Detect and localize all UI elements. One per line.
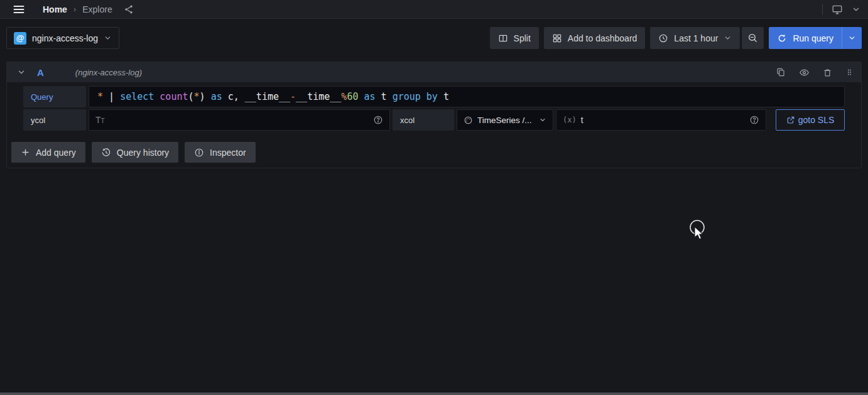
breadcrumb-separator: ›	[73, 4, 76, 14]
duplicate-query-icon[interactable]	[776, 67, 786, 77]
query-editor-rows: Query * | select count(*) as c, __time__…	[7, 82, 861, 131]
sls-datasource-icon: @	[14, 32, 26, 45]
bottom-edge-strip	[0, 392, 868, 395]
run-query-main[interactable]: Run query	[769, 33, 842, 43]
drag-handle-icon[interactable]	[845, 67, 854, 77]
time-range-label: Last 1 hour	[674, 33, 718, 43]
datasource-picker[interactable]: @ nginx-access-log	[6, 27, 119, 49]
breadcrumb: Home › Explore	[43, 4, 134, 14]
add-query-label: Add query	[36, 148, 76, 158]
series-type-value: TimeSeries /...	[477, 116, 532, 125]
chevron-down-icon	[724, 34, 732, 42]
sync-icon	[777, 33, 787, 43]
chevron-down-icon	[104, 34, 112, 42]
run-query-dropdown[interactable]	[842, 27, 862, 49]
inspector-label: Inspector	[210, 148, 246, 158]
add-query-button[interactable]: Add query	[11, 142, 85, 163]
menu-icon[interactable]	[8, 3, 30, 16]
query-row-header: A (nginx-access-log)	[7, 62, 861, 82]
info-circle-icon	[194, 148, 204, 158]
palette-icon	[464, 116, 473, 125]
chevron-down-icon[interactable]	[852, 5, 860, 14]
run-query-label: Run query	[793, 33, 833, 43]
ycol-field-label: ycol	[23, 109, 86, 131]
add-to-dashboard-button[interactable]: Add to dashboard	[544, 27, 646, 49]
disable-query-eye-icon[interactable]	[799, 67, 810, 78]
text-type-icon: TT	[95, 115, 105, 125]
variable-icon: (x)	[563, 116, 577, 124]
xcol-field-label: xcol	[393, 109, 454, 131]
xcol-value[interactable]: t	[581, 115, 745, 125]
history-icon	[101, 148, 111, 158]
inspector-button[interactable]: Inspector	[185, 142, 256, 163]
query-actions: Add query Query history Inspector	[11, 142, 861, 163]
add-to-dashboard-label: Add to dashboard	[568, 33, 637, 43]
query-editor-panel: A (nginx-access-log) Query * | select co…	[6, 62, 862, 168]
query-header-actions	[776, 67, 854, 78]
delete-query-trash-icon[interactable]	[823, 68, 832, 77]
help-circle-icon[interactable]	[373, 115, 383, 125]
series-type-dropdown[interactable]: TimeSeries /...	[457, 109, 553, 131]
ycol-input[interactable]: TT	[89, 109, 390, 131]
run-query-button[interactable]: Run query	[769, 27, 862, 49]
apps-icon	[552, 33, 562, 43]
breadcrumb-explore: Explore	[82, 4, 112, 14]
goto-sls-label: goto SLS	[798, 115, 835, 125]
goto-sls-button[interactable]: goto SLS	[776, 109, 845, 131]
zoom-out-icon	[747, 33, 758, 43]
zoom-out-time-button[interactable]	[742, 27, 764, 49]
time-range-picker[interactable]: Last 1 hour	[650, 27, 740, 49]
toolbar-right-actions: Split Add to dashboard Last 1 hour	[490, 27, 862, 49]
query-ref-id[interactable]: A	[37, 67, 44, 78]
column-config-row: ycol TT xcol TimeSeries /... (x)	[23, 109, 845, 131]
external-link-icon	[786, 116, 795, 124]
xcol-input[interactable]: (x) t	[556, 109, 766, 131]
topnav-right-controls	[822, 4, 860, 15]
query-input[interactable]: * | select count(*) as c, __time__-__tim…	[89, 86, 845, 107]
help-circle-icon[interactable]	[749, 115, 759, 125]
split-label: Split	[514, 33, 531, 43]
query-row: Query * | select count(*) as c, __time__…	[23, 86, 845, 107]
query-datasource-hint: (nginx-access-log)	[75, 68, 142, 77]
share-icon[interactable]	[124, 4, 134, 14]
topnav-divider	[822, 4, 823, 15]
mouse-cursor	[688, 219, 713, 248]
plus-icon	[21, 148, 30, 157]
split-icon	[498, 33, 508, 43]
top-navigation-bar: Home › Explore	[0, 0, 868, 19]
query-history-button[interactable]: Query history	[92, 142, 178, 163]
query-history-label: Query history	[117, 148, 169, 158]
time-picker-group: Last 1 hour	[650, 27, 764, 49]
chevron-down-icon	[539, 116, 546, 124]
query-text[interactable]: * | select count(*) as c, __time__-__tim…	[97, 91, 449, 102]
clock-icon	[658, 33, 668, 43]
breadcrumb-home[interactable]: Home	[43, 4, 67, 14]
query-field-label: Query	[23, 86, 86, 107]
monitor-icon[interactable]	[832, 4, 843, 15]
split-button[interactable]: Split	[490, 27, 539, 49]
datasource-name: nginx-access-log	[32, 33, 98, 43]
collapse-chevron-icon[interactable]	[14, 68, 28, 77]
explore-toolbar: @ nginx-access-log Split Add to dashboar…	[0, 27, 868, 49]
